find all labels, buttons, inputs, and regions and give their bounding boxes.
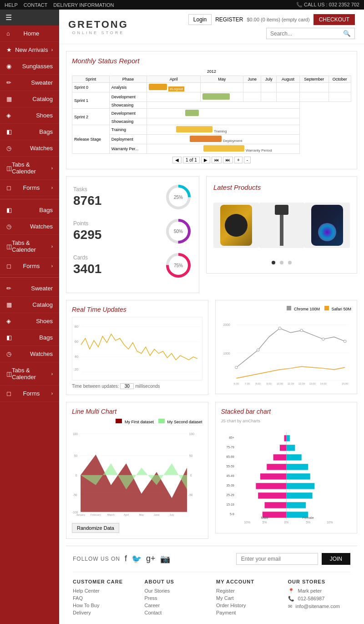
svg-rect-72 bbox=[279, 445, 286, 451]
sprint0-analysis: Analysis bbox=[109, 83, 147, 92]
how-to-buy-link[interactable]: How To Buy bbox=[73, 603, 136, 608]
sidebar-item-tabs[interactable]: ◫ Tabs & Calender › bbox=[0, 157, 59, 180]
sidebar-item-watches-3[interactable]: ◷ Watches bbox=[0, 346, 59, 362]
menu-button[interactable]: ☰ bbox=[0, 10, 59, 25]
sidebar-item-watches[interactable]: ◷ Watches bbox=[0, 140, 59, 157]
sidebar-item-sweater[interactable]: ✏ Sweater bbox=[0, 75, 59, 91]
dataset2-color bbox=[158, 419, 165, 423]
sprint0-empty2 bbox=[243, 83, 261, 92]
help-center-link[interactable]: Help Center bbox=[73, 588, 136, 594]
sidebar-item-tabs-2[interactable]: ◫ Tabs & Calender › bbox=[0, 235, 59, 258]
sidebar-item-sunglasses[interactable]: ◉ Sunglasses bbox=[0, 58, 59, 75]
line-chart-legend: Chrome 100M Safari 50M bbox=[221, 306, 352, 311]
sidebar-item-watches-2[interactable]: ◷ Watches bbox=[0, 218, 59, 235]
help-link[interactable]: HELP bbox=[5, 2, 18, 8]
realtime-linechart-row: Real Time Updates 80 60 40 20 bbox=[66, 300, 357, 395]
sidebar-label-catalog-2: Catalog bbox=[32, 301, 53, 308]
my-cart-link[interactable]: My Cart bbox=[216, 595, 279, 601]
checkout-button[interactable]: CHECKOUT bbox=[313, 14, 355, 25]
sprint1-empty1 bbox=[243, 92, 261, 102]
gantt-row-release-training: Release Stage Training Training bbox=[72, 125, 351, 135]
svg-rect-71 bbox=[284, 435, 286, 441]
realtime-footer-unit: milliseconds bbox=[135, 384, 160, 389]
svg-rect-73 bbox=[273, 454, 286, 460]
arrow-icon: › bbox=[51, 47, 53, 52]
svg-text:15-19: 15-19 bbox=[226, 503, 234, 506]
sidebar-item-tabs-3[interactable]: ◫ Tabs & Calender › bbox=[0, 362, 59, 386]
search-button[interactable]: 🔍 bbox=[339, 28, 354, 39]
googleplus-icon[interactable]: g+ bbox=[146, 554, 156, 564]
sidebar-label-forms: Forms bbox=[23, 184, 40, 191]
product-selfie-stick bbox=[259, 203, 304, 248]
contact-link-footer[interactable]: Contact bbox=[145, 610, 207, 615]
release-deploy: Deployment bbox=[109, 135, 147, 144]
sidebar-label-watches-3: Watches bbox=[30, 350, 53, 357]
payment-link[interactable]: Payment bbox=[216, 610, 279, 615]
bags-2-icon: ◧ bbox=[6, 207, 12, 213]
gantt-last-btn[interactable]: ⏭ bbox=[223, 157, 233, 163]
dot-2[interactable] bbox=[280, 261, 283, 264]
line-multi-title: Line Multi Chart bbox=[72, 408, 202, 415]
sidebar-item-bags-2[interactable]: ◧ Bags bbox=[0, 202, 59, 218]
search-input[interactable] bbox=[267, 28, 339, 39]
newsletter-input[interactable] bbox=[236, 553, 318, 565]
sidebar-item-forms-2[interactable]: ◻ Forms › bbox=[0, 258, 59, 274]
realtime-col: Real Time Updates 80 60 40 20 bbox=[66, 300, 208, 395]
sidebar-item-forms[interactable]: ◻ Forms › bbox=[0, 180, 59, 196]
sprint1-bar1 bbox=[147, 92, 201, 102]
dataset1-label: My First dataset bbox=[125, 420, 154, 424]
sidebar-divider-1 bbox=[0, 199, 59, 199]
press-link[interactable]: Press bbox=[145, 595, 207, 601]
sidebar-item-bags[interactable]: ◧ Bags bbox=[0, 124, 59, 140]
realtime-interval-input[interactable] bbox=[120, 383, 134, 389]
sidebar-item-home[interactable]: ⌂ Home bbox=[0, 25, 59, 42]
gantt-header-phase: Phase bbox=[109, 76, 147, 83]
our-stories-link[interactable]: Our Stories bbox=[145, 588, 207, 594]
sprint0-empty1 bbox=[201, 83, 243, 92]
line-multi-col: Line Multi Chart My First dataset My Sec… bbox=[66, 402, 208, 539]
gantt-header-september: September bbox=[299, 76, 329, 83]
sprint0-label: Sprint 0 bbox=[72, 83, 110, 92]
sidebar-label-new-arrivals: New Arrivals bbox=[15, 46, 48, 53]
dev-bar bbox=[202, 93, 230, 100]
instagram-icon[interactable]: 📷 bbox=[160, 554, 170, 564]
sidebar-item-catalog[interactable]: ▦ Catalog bbox=[0, 91, 59, 107]
register-link-footer[interactable]: Register bbox=[216, 588, 279, 594]
delivery-link[interactable]: Delivery bbox=[73, 610, 136, 615]
dot-3[interactable] bbox=[288, 261, 292, 264]
svg-rect-80 bbox=[286, 435, 290, 441]
gantt-next-btn[interactable]: ▶ bbox=[201, 157, 210, 163]
dot-1[interactable] bbox=[272, 261, 275, 264]
sunglasses-icon: ◉ bbox=[6, 63, 11, 70]
faq-link[interactable]: FAQ bbox=[73, 595, 136, 601]
deployment-label: Deployment bbox=[223, 139, 243, 143]
login-button[interactable]: Login bbox=[188, 14, 212, 25]
career-link[interactable]: Career bbox=[145, 603, 207, 608]
svg-text:14.00: 14.00 bbox=[320, 382, 326, 385]
email-icon: ✉ bbox=[288, 604, 292, 609]
charts-row: Line Multi Chart My First dataset My Sec… bbox=[66, 402, 357, 539]
sidebar-item-catalog-2[interactable]: ▦ Catalog bbox=[0, 297, 59, 313]
sidebar-item-shoes[interactable]: ◈ Shoes bbox=[0, 107, 59, 124]
sidebar-item-shoes-2[interactable]: ◈ Shoes bbox=[0, 313, 59, 330]
facebook-icon[interactable]: f bbox=[125, 554, 127, 564]
cards-donut-svg: 75% bbox=[165, 252, 192, 279]
join-button[interactable]: JOIN bbox=[322, 553, 350, 565]
gantt-prev-btn[interactable]: ◀ bbox=[172, 157, 182, 163]
order-history-link[interactable]: Order History bbox=[216, 603, 279, 608]
delivery-link[interactable]: DELIVERY INFORMATION bbox=[53, 2, 114, 8]
sidebar-item-new-arrivals[interactable]: ★ New Arrivals › bbox=[0, 42, 59, 58]
gantt-first-btn[interactable]: ⏮ bbox=[212, 157, 222, 163]
randomize-button[interactable]: Randomize Data bbox=[72, 523, 119, 533]
register-link[interactable]: REGISTER bbox=[215, 16, 243, 23]
sidebar-item-bags-3[interactable]: ◧ Bags bbox=[0, 330, 59, 346]
svg-text:5%: 5% bbox=[262, 521, 267, 524]
gantt-zoom-out[interactable]: - bbox=[244, 157, 251, 163]
gantt-zoom-in[interactable]: + bbox=[234, 157, 243, 163]
svg-text:January: January bbox=[76, 513, 85, 516]
contact-link[interactable]: CONTACT bbox=[24, 2, 47, 8]
sidebar-item-sweater-2[interactable]: ✏ Sweater bbox=[0, 280, 59, 297]
sidebar-item-forms-3[interactable]: ◻ Forms › bbox=[0, 386, 59, 402]
footer-columns: CUSTOMER CARE Help Center FAQ How To Buy… bbox=[73, 579, 350, 617]
twitter-icon[interactable]: 🐦 bbox=[131, 554, 142, 564]
